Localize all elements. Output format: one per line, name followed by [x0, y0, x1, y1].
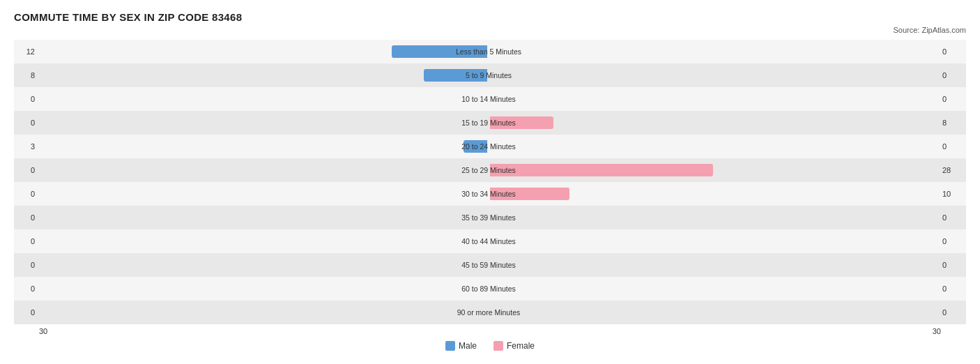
- female-bar-side: [489, 206, 938, 229]
- male-bar: [464, 140, 487, 153]
- bar-container: 5 to 9 Minutes: [39, 63, 938, 87]
- bar-container: 10 to 14 Minutes: [39, 87, 938, 111]
- female-bar-side: [489, 229, 938, 253]
- legend-female-box: [493, 341, 503, 351]
- chart-row: 8 5 to 9 Minutes 0: [14, 63, 966, 87]
- male-bar: [424, 69, 487, 82]
- male-value: 0: [14, 190, 39, 198]
- female-bar: [490, 188, 569, 200]
- bar-container: 40 to 44 Minutes: [39, 229, 938, 253]
- male-value: 0: [14, 166, 39, 174]
- axis-right: 30: [933, 327, 941, 335]
- male-bar-side: [39, 87, 489, 111]
- male-bar-side: [39, 111, 489, 135]
- axis-left: 30: [39, 327, 47, 335]
- chart-row: 0 90 or more Minutes 0: [14, 301, 966, 324]
- legend: Male Female: [14, 341, 966, 351]
- female-value: 28: [938, 166, 966, 174]
- male-bar-side: [39, 40, 489, 63]
- male-value: 12: [14, 47, 39, 56]
- male-value: 0: [14, 285, 39, 293]
- female-bar: [490, 164, 713, 176]
- male-bar-side: [39, 277, 489, 301]
- female-value: 0: [938, 261, 966, 269]
- bar-container: 60 to 89 Minutes: [39, 277, 938, 301]
- chart-row: 0 15 to 19 Minutes 8: [14, 111, 966, 135]
- male-bar-side: [39, 158, 489, 182]
- bar-container: 45 to 59 Minutes: [39, 253, 938, 277]
- chart-row: 0 60 to 89 Minutes 0: [14, 277, 966, 301]
- male-value: 0: [14, 213, 39, 222]
- chart-area: 12 Less than 5 Minutes 0 8 5 to 9 Minute…: [14, 40, 966, 324]
- chart-row: 0 25 to 29 Minutes 28: [14, 158, 966, 182]
- bar-container: 90 or more Minutes: [39, 301, 938, 324]
- male-bar-side: [39, 135, 489, 158]
- female-bar: [490, 116, 553, 129]
- female-value: 10: [938, 190, 966, 198]
- male-bar-side: [39, 301, 489, 324]
- female-bar-side: [489, 63, 938, 87]
- male-bar: [392, 45, 487, 58]
- female-bar-side: [489, 253, 938, 277]
- chart-title: COMMUTE TIME BY SEX IN ZIP CODE 83468: [14, 11, 966, 23]
- source-label: Source: ZipAtlas.com: [14, 26, 966, 34]
- female-value: 8: [938, 119, 966, 127]
- female-bar-side: [489, 301, 938, 324]
- bar-container: 35 to 39 Minutes: [39, 206, 938, 229]
- axis-labels: 30 30: [14, 327, 966, 335]
- chart-row: 3 20 to 24 Minutes 0: [14, 135, 966, 158]
- male-value: 0: [14, 237, 39, 245]
- male-value: 3: [14, 142, 39, 151]
- male-bar-side: [39, 229, 489, 253]
- female-bar-side: [489, 277, 938, 301]
- female-value: 0: [938, 237, 966, 245]
- female-value: 0: [938, 308, 966, 317]
- bar-container: 30 to 34 Minutes: [39, 182, 938, 206]
- legend-male-label: Male: [459, 341, 477, 351]
- bar-container: 15 to 19 Minutes: [39, 111, 938, 135]
- female-bar-side: [489, 182, 938, 206]
- bar-container: Less than 5 Minutes: [39, 40, 938, 63]
- female-bar-side: [489, 87, 938, 111]
- female-bar-side: [489, 135, 938, 158]
- male-bar-side: [39, 63, 489, 87]
- legend-female: Female: [493, 341, 535, 351]
- female-bar-side: [489, 158, 938, 182]
- bar-container: 25 to 29 Minutes: [39, 158, 938, 182]
- male-value: 0: [14, 95, 39, 103]
- male-value: 0: [14, 261, 39, 269]
- female-bar-side: [489, 111, 938, 135]
- female-bar-side: [489, 40, 938, 63]
- male-value: 0: [14, 119, 39, 127]
- chart-row: 0 40 to 44 Minutes 0: [14, 229, 966, 253]
- male-bar-side: [39, 206, 489, 229]
- chart-row: 0 10 to 14 Minutes 0: [14, 87, 966, 111]
- legend-male-box: [445, 341, 455, 351]
- male-value: 0: [14, 308, 39, 317]
- male-value: 8: [14, 71, 39, 79]
- female-value: 0: [938, 71, 966, 79]
- bar-container: 20 to 24 Minutes: [39, 135, 938, 158]
- chart-row: 12 Less than 5 Minutes 0: [14, 40, 966, 63]
- chart-row: 0 30 to 34 Minutes 10: [14, 182, 966, 206]
- legend-female-label: Female: [507, 341, 535, 351]
- female-value: 0: [938, 95, 966, 103]
- male-bar-side: [39, 253, 489, 277]
- chart-row: 0 35 to 39 Minutes 0: [14, 206, 966, 229]
- female-value: 0: [938, 142, 966, 151]
- chart-row: 0 45 to 59 Minutes 0: [14, 253, 966, 277]
- male-bar-side: [39, 182, 489, 206]
- female-value: 0: [938, 213, 966, 222]
- female-value: 0: [938, 47, 966, 56]
- female-value: 0: [938, 285, 966, 293]
- legend-male: Male: [445, 341, 477, 351]
